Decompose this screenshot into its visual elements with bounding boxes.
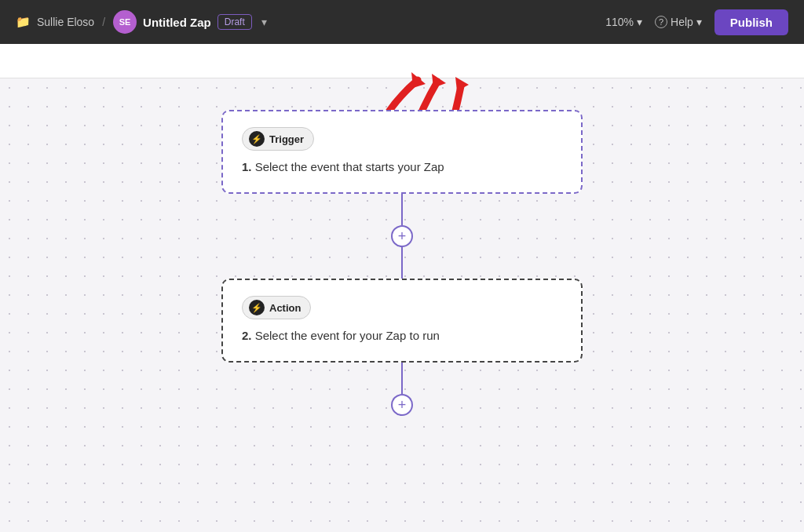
trigger-desc-text: Select the event that starts your Zap	[255, 160, 444, 173]
action-desc-text: Select the event for your Zap to run	[255, 329, 440, 342]
connector-bottom	[401, 247, 403, 279]
connector-after-action	[401, 363, 403, 394]
help-chevron-icon: ▾	[696, 16, 702, 28]
help-button[interactable]: ? Help ▾	[655, 16, 702, 28]
action-description: 2. Select the event for your Zap to run	[242, 327, 562, 344]
action-card[interactable]: ⚡ Action 2. Select the event for your Za…	[221, 279, 583, 363]
help-label: Help	[671, 16, 693, 28]
trigger-card[interactable]: ⚡ Trigger 1. Select the event that start…	[221, 110, 583, 194]
toolbar-strip	[0, 44, 804, 78]
avatar[interactable]: SE	[113, 10, 137, 34]
connector-top	[401, 194, 403, 225]
zoom-chevron-icon: ▾	[637, 16, 642, 28]
trigger-icon: ⚡	[249, 131, 265, 147]
action-icon: ⚡	[249, 300, 265, 315]
breadcrumb-user[interactable]: Sullie Eloso	[37, 16, 94, 28]
svg-marker-2	[455, 77, 469, 91]
zoom-level: 110%	[605, 16, 634, 28]
draft-badge[interactable]: Draft	[217, 14, 252, 30]
zap-title[interactable]: Untitled Zap	[143, 16, 211, 29]
help-circle-icon: ?	[655, 16, 667, 28]
add-step-button-top[interactable]: +	[391, 225, 413, 247]
nav-right: 110% ▾ ? Help ▾ Publish	[605, 9, 788, 35]
action-badge: ⚡ Action	[242, 296, 311, 319]
trigger-badge: ⚡ Trigger	[242, 127, 314, 151]
action-step-num: 2.	[242, 329, 252, 342]
zap-dropdown-button[interactable]: ▾	[258, 14, 270, 30]
trigger-description: 1. Select the event that starts your Zap	[242, 159, 562, 175]
breadcrumb-separator: /	[102, 16, 105, 28]
zoom-button[interactable]: 110% ▾	[605, 16, 642, 28]
trigger-label: Trigger	[269, 133, 304, 145]
zap-flow: ⚡ Trigger 1. Select the event that start…	[221, 110, 583, 416]
canvas: ⚡ Trigger 1. Select the event that start…	[0, 78, 804, 532]
topnav: 📁 Sullie Eloso / SE Untitled Zap Draft ▾…	[0, 0, 804, 44]
publish-button[interactable]: Publish	[714, 9, 788, 35]
trigger-step-num: 1.	[242, 160, 252, 173]
add-step-button-bottom[interactable]: +	[391, 394, 413, 416]
nav-left: 📁 Sullie Eloso / SE Untitled Zap Draft ▾	[16, 10, 270, 34]
action-label: Action	[269, 302, 301, 314]
folder-icon: 📁	[16, 15, 31, 29]
